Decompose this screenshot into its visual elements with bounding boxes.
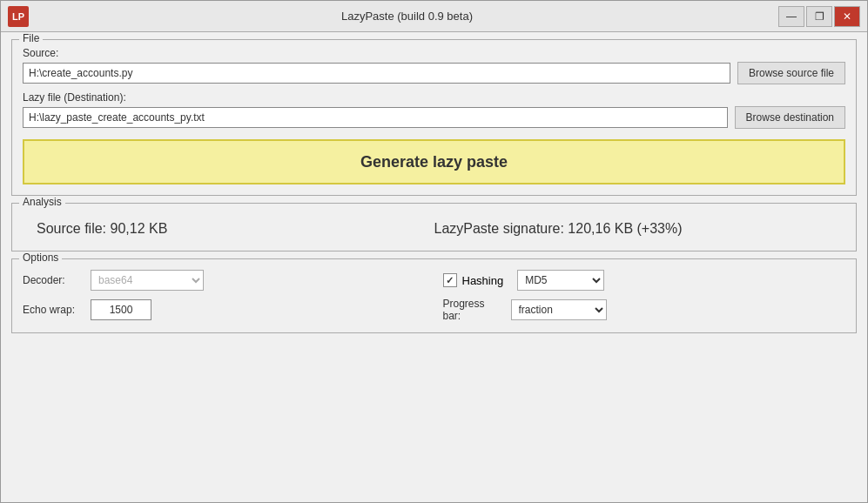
- destination-field-container: Lazy file (Destination): Browse destinat…: [23, 91, 845, 129]
- analysis-group: Analysis Source file: 90,12 KB LazyPaste…: [11, 203, 857, 252]
- minimize-button[interactable]: —: [778, 6, 804, 27]
- progress-bar-select[interactable]: fraction percent none: [511, 299, 607, 320]
- hashing-label: Hashing: [462, 274, 504, 287]
- title-bar: LP LazyPaste (build 0.9 beta) — ❐ ✕: [1, 1, 867, 32]
- file-group: File Source: Browse source file Lazy fil…: [11, 39, 857, 196]
- window-controls: — ❐ ✕: [778, 6, 860, 27]
- hashing-checkbox-area: Hashing: [443, 273, 504, 287]
- hashing-select[interactable]: MD5 SHA1 SHA256 None: [517, 270, 604, 291]
- file-group-label: File: [19, 32, 43, 44]
- browse-destination-button[interactable]: Browse destination: [735, 106, 845, 129]
- options-grid: Decoder: base64 hex none Hashing MD5: [23, 266, 845, 322]
- restore-button[interactable]: ❐: [806, 6, 832, 27]
- echo-wrap-row: Echo wrap:: [23, 298, 426, 322]
- echo-wrap-input[interactable]: [91, 299, 151, 320]
- generate-button[interactable]: Generate lazy paste: [23, 139, 845, 184]
- destination-label: Lazy file (Destination):: [23, 91, 845, 104]
- options-group: Options Decoder: base64 hex none Hashing: [11, 258, 857, 333]
- source-row: Browse source file: [23, 62, 845, 84]
- decoder-row: Decoder: base64 hex none: [23, 270, 426, 291]
- echo-wrap-label: Echo wrap:: [23, 304, 84, 316]
- source-field-container: Source: Browse source file: [23, 47, 845, 84]
- source-input[interactable]: [23, 63, 730, 84]
- hashing-row: Hashing MD5 SHA1 SHA256 None: [443, 270, 846, 291]
- main-content: File Source: Browse source file Lazy fil…: [1, 32, 867, 502]
- analysis-content: Source file: 90,12 KB LazyPaste signatur…: [23, 211, 845, 237]
- main-window: LP LazyPaste (build 0.9 beta) — ❐ ✕ File…: [0, 0, 868, 503]
- browse-source-button[interactable]: Browse source file: [737, 62, 845, 84]
- close-button[interactable]: ✕: [834, 6, 860, 27]
- options-group-label: Options: [19, 252, 62, 264]
- decoder-label: Decoder:: [23, 274, 84, 286]
- decoder-select[interactable]: base64 hex none: [91, 270, 204, 291]
- destination-input[interactable]: [23, 107, 728, 128]
- app-logo: LP: [8, 6, 29, 27]
- analysis-group-label: Analysis: [19, 196, 65, 208]
- window-title: LazyPaste (build 0.9 beta): [36, 10, 778, 23]
- hashing-checkbox[interactable]: [443, 273, 457, 287]
- progress-bar-row: Progress bar: fraction percent none: [443, 298, 846, 322]
- source-file-size: Source file: 90,12 KB: [37, 221, 434, 237]
- progress-bar-label: Progress bar:: [443, 298, 504, 322]
- destination-row: Browse destination: [23, 106, 845, 129]
- signature-size: LazyPaste signature: 120,16 KB (+33%): [434, 221, 832, 237]
- source-label: Source:: [23, 47, 845, 59]
